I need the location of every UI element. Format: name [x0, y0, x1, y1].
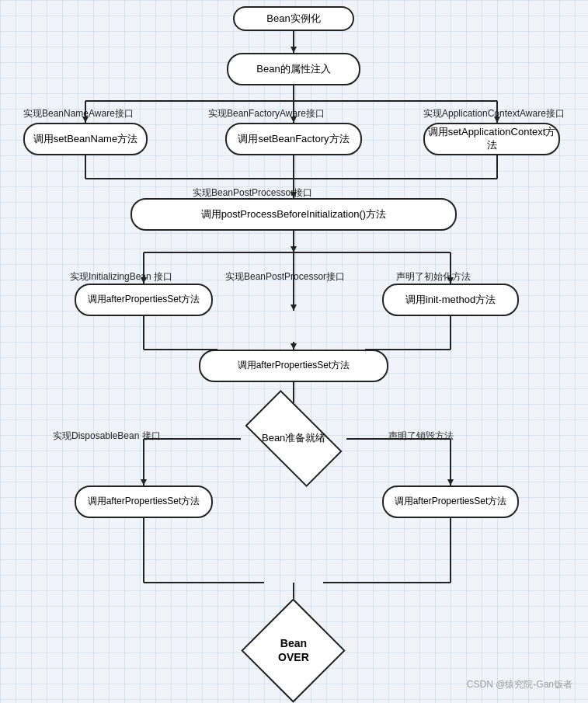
node-inject: Bean的属性注入 — [227, 53, 360, 85]
svg-marker-38 — [447, 479, 454, 485]
svg-marker-17 — [291, 246, 297, 252]
svg-marker-22 — [291, 305, 297, 311]
node-postProcessBefore: 调用postProcessBeforeInitialization()方法 — [130, 198, 457, 231]
label-declaredInit: 声明了初始化方法 — [396, 270, 471, 284]
watermark: CSDN @猿究院-Gan饭者 — [467, 678, 572, 691]
node-setBeanName: 调用setBeanName方法 — [23, 123, 148, 155]
flowchart: Bean实例化 Bean的属性注入 实现BeanNameAware接口 实现Be… — [0, 0, 588, 703]
label-declaredDestroy: 声明了销毁方法 — [388, 430, 454, 443]
label-appContextAware: 实现ApplicationContextAware接口 — [423, 107, 565, 120]
node-setBeanFactory: 调用setBeanFactory方法 — [225, 123, 362, 155]
svg-marker-1 — [291, 47, 297, 53]
label-beanNameAware: 实现BeanNameAware接口 — [23, 107, 134, 120]
node-instantiate: Bean实例化 — [233, 6, 354, 31]
node-afterPropertiesSet2: 调用afterPropertiesSet方法 — [199, 350, 388, 382]
svg-marker-35 — [141, 479, 147, 485]
node-setAppContext: 调用setApplicationContext方法 — [423, 123, 560, 155]
svg-marker-30 — [291, 343, 297, 350]
diamond-beanReady: Bean准备就绪 — [245, 390, 342, 487]
label-disposableBean: 实现DisposableBean 接口 — [53, 430, 161, 443]
node-afterPropertiesSet1: 调用afterPropertiesSet方法 — [75, 284, 213, 316]
label-initializingBean: 实现InitializingBean 接口 — [70, 270, 172, 284]
node-afterPropertiesSet4: 调用afterPropertiesSet方法 — [382, 485, 519, 518]
node-initMethod: 调用init-method方法 — [382, 284, 519, 316]
label-beanPostProcessor2: 实现BeanPostProcessor接口 — [225, 270, 345, 284]
label-beanFactoryAware: 实现BeanFactoryAware接口 — [208, 107, 325, 120]
node-afterPropertiesSet3: 调用afterPropertiesSet方法 — [75, 485, 213, 518]
diamond-beanOver: Bean OVER — [241, 598, 345, 702]
